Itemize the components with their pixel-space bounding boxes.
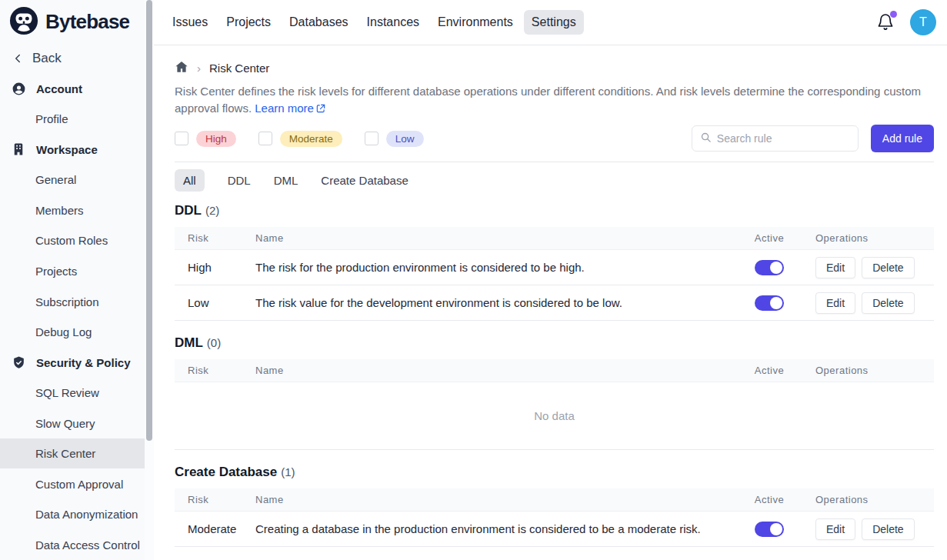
low-checkbox[interactable] bbox=[365, 132, 378, 145]
avatar[interactable]: T bbox=[910, 9, 936, 35]
sidebar-item-sql-review[interactable]: SQL Review bbox=[0, 378, 145, 408]
moderate-checkbox[interactable] bbox=[258, 132, 272, 145]
section-dml: DML(0) Risk Name Active Operations No da… bbox=[175, 335, 934, 450]
col-header-risk: Risk bbox=[175, 232, 255, 244]
app-window: Bytebase Back Account Profile Workspace … bbox=[0, 0, 947, 560]
sidebar-section-label: Security & Policy bbox=[36, 356, 131, 369]
sidebar-item-label: Members bbox=[35, 204, 84, 217]
row-risk: High bbox=[175, 261, 255, 274]
nav-item-environments[interactable]: Environments bbox=[430, 10, 521, 35]
active-toggle[interactable] bbox=[755, 260, 784, 275]
moderate-badge: Moderate bbox=[280, 131, 342, 147]
breadcrumb-separator: › bbox=[197, 62, 201, 75]
sidebar-section-account[interactable]: Account bbox=[0, 74, 145, 105]
table-header-row: Risk Name Active Operations bbox=[175, 488, 934, 512]
edit-button[interactable]: Edit bbox=[815, 292, 855, 314]
active-toggle[interactable] bbox=[755, 522, 784, 537]
sidebar-item-label: Debug Log bbox=[35, 325, 92, 338]
nav-item-issues[interactable]: Issues bbox=[165, 10, 215, 35]
table-row: Low The risk value for the development e… bbox=[175, 285, 934, 321]
col-header-operations: Operations bbox=[815, 494, 934, 505]
risk-filter-high[interactable]: High bbox=[175, 131, 236, 147]
sidebar-item-data-access-control[interactable]: Data Access Control bbox=[0, 530, 145, 560]
nav-item-projects[interactable]: Projects bbox=[218, 10, 278, 35]
col-header-active: Active bbox=[723, 494, 815, 505]
edit-button[interactable]: Edit bbox=[815, 257, 855, 278]
section-count: (0) bbox=[207, 336, 221, 349]
shield-check-icon bbox=[11, 355, 26, 370]
active-toggle[interactable] bbox=[755, 295, 784, 311]
sidebar-item-members[interactable]: Members bbox=[0, 195, 145, 226]
breadcrumb: › Risk Center bbox=[175, 59, 934, 76]
create-database-table: Risk Name Active Operations Moderate Cre… bbox=[175, 488, 934, 547]
row-name: Creating a database in the production en… bbox=[255, 522, 723, 535]
chevron-left-icon bbox=[10, 51, 25, 66]
sidebar-section-label: Account bbox=[36, 82, 82, 95]
high-badge: High bbox=[196, 131, 236, 147]
notification-bell-icon[interactable] bbox=[876, 12, 895, 32]
main-area: Issues Projects Databases Instances Envi… bbox=[154, 0, 947, 560]
sidebar-item-debug-log[interactable]: Debug Log bbox=[0, 317, 145, 348]
empty-state: No data bbox=[175, 382, 934, 450]
nav-item-instances[interactable]: Instances bbox=[359, 10, 427, 35]
delete-button[interactable]: Delete bbox=[862, 292, 914, 314]
col-header-name: Name bbox=[255, 232, 723, 244]
sidebar-item-subscription[interactable]: Subscription bbox=[0, 286, 145, 317]
sidebar-item-general[interactable]: General bbox=[0, 165, 145, 195]
col-header-active: Active bbox=[723, 232, 815, 244]
sidebar-item-slow-query[interactable]: Slow Query bbox=[0, 408, 145, 438]
avatar-initial: T bbox=[919, 15, 927, 29]
delete-button[interactable]: Delete bbox=[862, 518, 914, 540]
section-ddl-title: DDL(2) bbox=[175, 203, 934, 218]
tab-dml[interactable]: DML bbox=[274, 169, 298, 192]
risk-filter-low[interactable]: Low bbox=[365, 131, 424, 147]
sidebar-scrollbar-thumb[interactable] bbox=[146, 0, 152, 441]
notification-dot bbox=[890, 11, 897, 18]
sidebar-item-projects[interactable]: Projects bbox=[0, 256, 145, 287]
sidebar-item-risk-center[interactable]: Risk Center bbox=[0, 438, 145, 469]
top-navigation-bar: Issues Projects Databases Instances Envi… bbox=[154, 0, 947, 45]
bytebase-logo[interactable]: Bytebase bbox=[0, 0, 145, 43]
low-badge: Low bbox=[386, 131, 424, 147]
back-button[interactable]: Back bbox=[0, 43, 145, 74]
sidebar-item-custom-approval[interactable]: Custom Approval bbox=[0, 468, 145, 499]
nav-item-databases[interactable]: Databases bbox=[282, 10, 356, 35]
user-circle-icon bbox=[11, 81, 26, 96]
ddl-table: Risk Name Active Operations High The ris… bbox=[175, 227, 934, 321]
learn-more-link[interactable]: Learn more bbox=[255, 102, 326, 115]
sidebar-item-label: Profile bbox=[35, 112, 68, 125]
row-risk: Low bbox=[175, 296, 255, 309]
page-description: Risk Center defines the risk levels for … bbox=[175, 83, 934, 117]
row-risk: Moderate bbox=[175, 522, 255, 535]
bytebase-logo-icon bbox=[9, 6, 38, 38]
col-header-name: Name bbox=[255, 494, 723, 505]
add-rule-button[interactable]: Add rule bbox=[871, 125, 934, 152]
nav-item-settings[interactable]: Settings bbox=[524, 10, 584, 35]
tab-ddl[interactable]: DDL bbox=[228, 169, 251, 192]
edit-button[interactable]: Edit bbox=[815, 518, 855, 540]
section-title-text: Create Database bbox=[175, 465, 277, 479]
risk-filter-moderate[interactable]: Moderate bbox=[258, 131, 342, 147]
sidebar-item-label: Custom Roles bbox=[35, 234, 108, 247]
section-create-database: Create Database(1) Risk Name Active Oper… bbox=[175, 465, 934, 547]
sidebar-item-data-anonymization[interactable]: Data Anonymization bbox=[0, 499, 145, 530]
delete-button[interactable]: Delete bbox=[862, 257, 914, 278]
high-checkbox[interactable] bbox=[175, 132, 188, 145]
sidebar-item-custom-roles[interactable]: Custom Roles bbox=[0, 225, 145, 256]
main-nav: Issues Projects Databases Instances Envi… bbox=[165, 10, 584, 35]
sidebar-section-workspace[interactable]: Workspace bbox=[0, 135, 145, 165]
search-rule-input[interactable] bbox=[717, 132, 856, 145]
sidebar-item-label: Data Anonymization bbox=[35, 508, 138, 521]
dml-table: Risk Name Active Operations No data bbox=[175, 359, 934, 450]
toggle-knob bbox=[770, 262, 782, 274]
tab-create-database[interactable]: Create Database bbox=[321, 169, 408, 192]
learn-more-label: Learn more bbox=[255, 102, 314, 115]
sidebar-scrollbar-track[interactable] bbox=[145, 0, 154, 560]
risk-center-page: › Risk Center Risk Center defines the ri… bbox=[154, 45, 947, 560]
tab-all[interactable]: All bbox=[175, 169, 205, 192]
sidebar-item-profile[interactable]: Profile bbox=[0, 104, 145, 135]
sidebar-section-security-policy[interactable]: Security & Policy bbox=[0, 347, 145, 378]
home-icon[interactable] bbox=[175, 60, 188, 76]
table-row: Moderate Creating a database in the prod… bbox=[175, 512, 934, 547]
section-ddl: DDL(2) Risk Name Active Operations High … bbox=[175, 203, 934, 321]
